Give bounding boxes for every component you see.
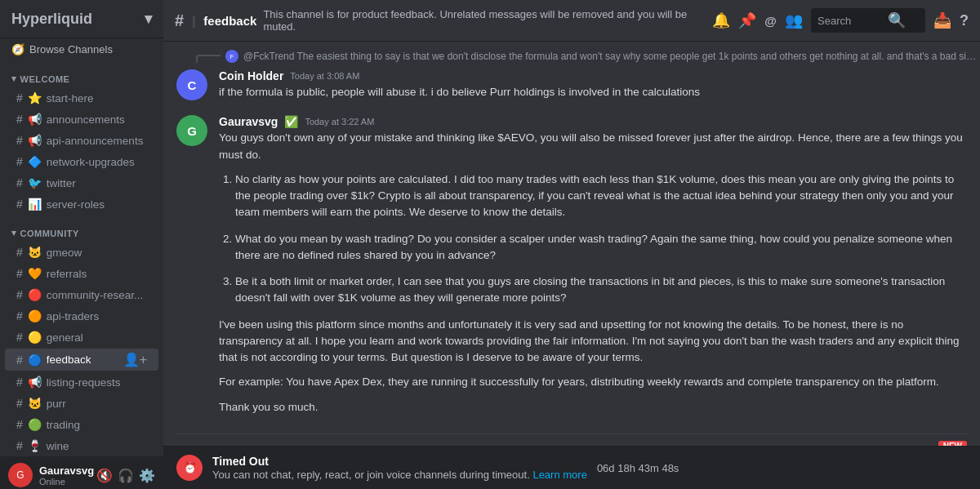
hash-icon: # [16,176,23,189]
inbox-icon[interactable]: 📥 [933,11,951,29]
channel-wine[interactable]: # 🍷 wine [5,436,158,456]
channel-community-research[interactable]: # 🔴 community-resear... [5,285,158,305]
channel-announcements[interactable]: # 📢 announcements [5,109,158,129]
hash-icon: # [16,439,23,452]
hash-icon: # [16,397,23,410]
channel-description: This channel is for product feedback. Un… [263,8,706,33]
server-name: Hyperliquid [11,11,92,28]
welcome-section: ▾ WELCOME [0,60,163,87]
compass-icon: 🧭 [11,43,24,56]
browse-channels-button[interactable]: 🧭 Browse Channels [0,38,163,60]
message-username-2: Gauravsvg [219,115,278,128]
hash-icon: # [16,353,23,367]
msg-header: Coin Holder Today at 3:08 AM [219,69,967,82]
settings-icon[interactable]: ⚙️ [139,468,155,483]
user-controls: 🔇 🎧 ⚙️ [96,468,155,483]
list-item-2: What do you mean by wash trading? Do you… [235,231,967,265]
channel-api-traders[interactable]: # 🟠 api-traders [5,306,158,326]
channel-trading[interactable]: # 🟢 trading [5,415,158,434]
members-icon[interactable]: 👥 [785,11,803,29]
reply-avatar: F [225,50,238,63]
message-coin-holder: C Coin Holder Today at 3:08 AM if the fo… [163,66,980,112]
hash-icon: # [16,288,23,301]
channel-referrals[interactable]: # 🧡 referrals [5,264,158,283]
mute-icon[interactable]: 🔇 [96,468,113,483]
message-timestamp: Today at 3:08 AM [290,71,359,81]
channel-name-label: feedback [203,14,256,28]
topbar: # | feedback This channel is for product… [163,0,980,42]
hash-icon: # [16,91,23,104]
message-content-2: Gauravsvg ✅ Today at 3:22 AM You guys do… [219,115,967,424]
msg-header-2: Gauravsvg ✅ Today at 3:22 AM [219,115,967,128]
channel-server-roles[interactable]: # 📊 server-roles [5,194,158,214]
message-text: if the formula is public, people will ab… [219,84,967,100]
timeout-message: You can not chat, reply, react, or join … [212,469,587,481]
add-member-icon[interactable]: 👤+ [123,352,147,367]
message-outro2: For example: You have Apex Dex, they are… [219,374,967,390]
message-gauravsvg: G Gauravsvg ✅ Today at 3:22 AM You guys … [163,112,980,427]
channel-purr[interactable]: # 🐱 purr [5,393,158,413]
avatar-gauravsvg: G [176,115,207,146]
message-outro3: Thank you so much. [219,399,967,416]
message-text-2: You guys don't own any of your mistake a… [219,130,967,416]
learn-more-link[interactable]: Learn more [532,469,586,481]
username-label: Gauravsvg [39,465,90,477]
message-username: Coin Holder [219,69,283,82]
channel-hash-icon: # [175,11,184,30]
channel-general[interactable]: # 🟡 general [5,327,158,347]
reply-text: @FckTrend The easiest thing to say is th… [243,51,978,62]
hash-icon: # [16,418,23,431]
pin-icon[interactable]: 📌 [738,11,756,29]
user-avatar: G [8,463,33,487]
main-content: # | feedback This channel is for product… [163,0,980,489]
list-item-3: Be it a both limit or market order, I ca… [235,273,967,307]
timeout-icon: ⏰ [183,461,197,474]
search-box: 🔍 [811,8,925,33]
timeout-bar: ⏰ Timed Out You can not chat, reply, rea… [163,446,980,489]
headset-icon[interactable]: 🎧 [118,468,134,483]
hash-icon: # [16,198,23,211]
hash-icon: # [16,376,23,389]
avatar-coin-holder: C [176,69,207,100]
server-header[interactable]: Hyperliquid ▾ [0,0,163,38]
hash-icon: # [16,267,23,280]
server-chevron: ▾ [145,10,152,28]
hash-icon: # [16,134,23,147]
hash-icon: # [16,155,23,168]
hash-icon: # [16,309,23,322]
user-panel: G Gauravsvg Online 🔇 🎧 ⚙️ [0,456,163,489]
channel-api-announcements[interactable]: # 📢 api-announcements [5,131,158,150]
timeout-timer: 06d 18h 43m 48s [597,462,679,474]
status-label: Online [39,477,90,487]
list-item-1: No clarity as how your points are calcul… [235,171,967,221]
user-info: Gauravsvg Online [39,465,90,487]
timeout-avatar: ⏰ [176,455,203,481]
verified-icon: ✅ [284,115,298,128]
hash-icon: # [16,113,23,126]
divider [176,433,967,434]
sidebar: Hyperliquid ▾ 🧭 Browse Channels ▾ WELCOM… [0,0,163,489]
community-section: ▾ COMMUNITY [0,215,163,242]
reply-line-decoration [196,55,220,63]
message-list: No clarity as how your points are calcul… [219,171,967,307]
hash-icon: # [16,331,23,344]
search-icon[interactable]: 🔍 [888,11,906,29]
channel-title: # | feedback [175,11,256,30]
mention-icon[interactable]: @ [764,14,777,28]
channel-gmeow[interactable]: # 🐱 gmeow [5,242,158,262]
bell-icon[interactable]: 🔔 [712,11,730,29]
messages-area: F @FckTrend The easiest thing to say is … [163,42,980,446]
channel-feedback[interactable]: # 🔵 feedback 👤+ [5,349,158,371]
help-icon[interactable]: ? [960,12,969,29]
message-outro1: I've been using this platform since mont… [219,317,967,367]
search-input[interactable] [817,15,883,27]
reply-snippet: F @FckTrend The easiest thing to say is … [163,50,980,63]
message-timestamp-2: Today at 3:22 AM [305,117,374,127]
channel-twitter[interactable]: # 🐦 twitter [5,173,158,193]
channel-start-here[interactable]: # ⭐ start-here [5,88,158,108]
channel-listing-requests[interactable]: # 📢 listing-requests [5,372,158,392]
channel-network-upgrades[interactable]: # 🔷 network-upgrades [5,152,158,171]
timeout-info: Timed Out You can not chat, reply, react… [212,455,587,481]
topbar-actions: 🔔 📌 @ 👥 🔍 📥 ? [712,8,969,33]
hash-icon: # [16,246,23,259]
